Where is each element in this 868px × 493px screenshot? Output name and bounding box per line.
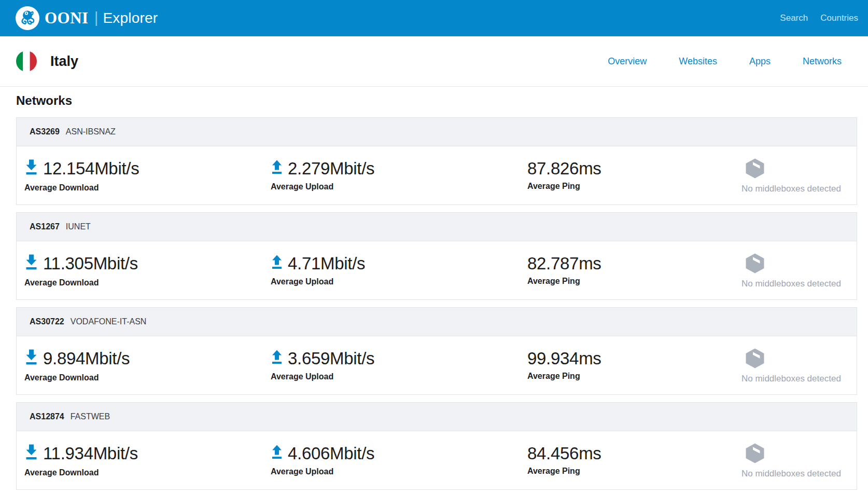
ping-stat: 99.934ms Average Ping [520, 350, 740, 381]
middlebox-stat: No middleboxes detected [740, 442, 857, 479]
network-card-body: 9.894Mbit/s Average Download 3.659Mbit/s… [17, 336, 857, 394]
top-navbar: OONI | Explorer Search Countries [0, 0, 868, 36]
ping-value: 82.787ms [527, 255, 601, 272]
middlebox-status: No middleboxes detected [741, 184, 857, 194]
countries-link[interactable]: Countries [820, 13, 858, 23]
asn-name: VODAFONE-IT-ASN [71, 317, 147, 326]
tab-apps[interactable]: Apps [749, 56, 771, 67]
ping-label: Average Ping [527, 182, 740, 191]
middlebox-stat: No middleboxes detected [740, 347, 857, 384]
brand-separator: | [94, 9, 99, 26]
network-card-header: AS30722 VODAFONE-IT-ASN [17, 308, 857, 336]
upload-stat: 4.606Mbit/s Average Upload [263, 444, 520, 476]
upload-value: 2.279Mbit/s [288, 160, 374, 177]
download-label: Average Download [24, 468, 263, 477]
ping-stat: 82.787ms Average Ping [520, 255, 740, 286]
upload-icon [271, 444, 283, 462]
asn-name: FASTWEB [71, 412, 110, 421]
middlebox-package-icon [744, 442, 857, 467]
download-value: 11.934Mbit/s [43, 445, 138, 462]
ooni-logo-icon[interactable] [16, 6, 39, 30]
networks-section: Networks AS3269 ASN-IBSNAZ 12.154Mbit/s … [0, 87, 868, 490]
section-title: Networks [16, 93, 857, 108]
network-card-header: AS1267 IUNET [17, 213, 857, 241]
asn-name: ASN-IBSNAZ [66, 127, 116, 136]
network-card-body: 12.154Mbit/s Average Download 2.279Mbit/… [17, 146, 857, 204]
upload-stat: 2.279Mbit/s Average Upload [263, 159, 520, 191]
asn-number: AS1267 [30, 222, 60, 231]
download-stat: 12.154Mbit/s Average Download [17, 158, 263, 193]
middlebox-status: No middleboxes detected [741, 374, 857, 384]
download-value: 12.154Mbit/s [43, 160, 139, 177]
brand-subtitle: Explorer [103, 10, 158, 26]
download-stat: 9.894Mbit/s Average Download [17, 348, 263, 382]
tab-networks[interactable]: Networks [803, 56, 842, 67]
country-name: Italy [50, 53, 78, 70]
download-icon [24, 158, 38, 179]
upload-label: Average Upload [271, 182, 520, 191]
italy-flag-icon [16, 51, 37, 72]
ping-label: Average Ping [527, 372, 740, 381]
middlebox-status: No middleboxes detected [741, 279, 857, 289]
upload-value: 4.71Mbit/s [288, 255, 365, 272]
country-header: Italy Overview Websites Apps Networks [0, 36, 868, 87]
upload-value: 3.659Mbit/s [288, 350, 374, 367]
upload-icon [271, 159, 283, 177]
topbar-links: Search Countries [780, 13, 858, 23]
ping-value: 84.456ms [527, 445, 601, 462]
brand[interactable]: OONI | Explorer [45, 9, 158, 28]
upload-stat: 3.659Mbit/s Average Upload [263, 349, 520, 381]
upload-label: Average Upload [271, 277, 520, 286]
asn-number: AS3269 [30, 127, 60, 136]
download-label: Average Download [24, 373, 263, 382]
middlebox-package-icon [744, 252, 857, 277]
ping-value: 99.934ms [527, 350, 601, 367]
download-icon [24, 253, 38, 273]
asn-number: AS30722 [30, 317, 64, 326]
network-card[interactable]: AS1267 IUNET 11.305Mbit/s Average Downlo… [16, 212, 857, 300]
download-icon [24, 443, 38, 463]
download-stat: 11.305Mbit/s Average Download [17, 253, 263, 287]
ping-stat: 87.826ms Average Ping [520, 160, 740, 191]
country-nav: Overview Websites Apps Networks [608, 56, 842, 67]
download-stat: 11.934Mbit/s Average Download [17, 443, 263, 477]
download-label: Average Download [24, 278, 263, 287]
asn-name: IUNET [66, 222, 91, 231]
download-label: Average Download [24, 183, 263, 193]
upload-label: Average Upload [271, 467, 520, 476]
upload-icon [271, 349, 283, 367]
ping-stat: 84.456ms Average Ping [520, 445, 740, 476]
middlebox-status: No middleboxes detected [741, 469, 857, 479]
asn-number: AS12874 [30, 412, 64, 421]
tab-overview[interactable]: Overview [608, 56, 647, 67]
network-card-header: AS12874 FASTWEB [17, 403, 857, 431]
tab-websites[interactable]: Websites [679, 56, 717, 67]
network-card-header: AS3269 ASN-IBSNAZ [17, 118, 857, 146]
upload-stat: 4.71Mbit/s Average Upload [263, 254, 520, 286]
download-icon [24, 348, 38, 368]
network-card-body: 11.305Mbit/s Average Download 4.71Mbit/s… [17, 241, 857, 299]
network-card[interactable]: AS30722 VODAFONE-IT-ASN 9.894Mbit/s Aver… [16, 307, 857, 395]
download-value: 9.894Mbit/s [43, 350, 130, 367]
middlebox-package-icon [744, 157, 857, 182]
brand-name: OONI [45, 9, 89, 28]
upload-icon [271, 254, 283, 272]
ping-label: Average Ping [527, 277, 740, 286]
upload-value: 4.606Mbit/s [288, 445, 374, 462]
network-card[interactable]: AS3269 ASN-IBSNAZ 12.154Mbit/s Average D… [16, 117, 857, 205]
network-card-body: 11.934Mbit/s Average Download 4.606Mbit/… [17, 431, 857, 489]
middlebox-stat: No middleboxes detected [740, 252, 857, 289]
middlebox-stat: No middleboxes detected [740, 157, 857, 194]
middlebox-package-icon [744, 347, 857, 372]
upload-label: Average Upload [271, 372, 520, 381]
ping-value: 87.826ms [527, 160, 601, 177]
search-link[interactable]: Search [780, 13, 808, 23]
network-card[interactable]: AS12874 FASTWEB 11.934Mbit/s Average Dow… [16, 402, 857, 490]
download-value: 11.305Mbit/s [43, 255, 138, 272]
ping-label: Average Ping [527, 467, 740, 476]
